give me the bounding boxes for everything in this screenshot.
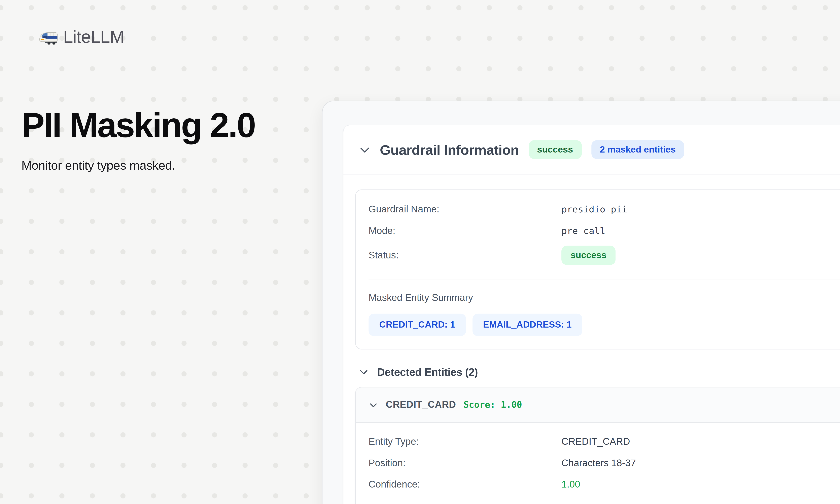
trace-detail-card: Guardrail Information success 2 masked e… <box>322 101 840 504</box>
position-label: Position: <box>368 457 561 469</box>
page: LiteLLM PII Masking 2.0 Monitor entity t… <box>0 0 840 504</box>
guardrail-information-title: Guardrail Information <box>380 141 519 159</box>
guardrail-panel: Guardrail Information success 2 masked e… <box>343 125 840 504</box>
guardrail-details-card: Guardrail Name: presidio-pii Mode: pre_c… <box>355 190 840 349</box>
entity-score: Score: 1.00 <box>463 400 522 410</box>
position-value: Characters 18-37 <box>561 457 636 469</box>
entity-type-value: CREDIT_CARD <box>561 436 630 448</box>
mode-label: Mode: <box>368 224 561 237</box>
masked-entity-pills: CREDIT_CARD: 1 EMAIL_ADDRESS: 1 <box>368 314 840 336</box>
logo-text: LiteLLM <box>63 27 124 47</box>
entity-type-row: Entity Type: CREDIT_CARD <box>368 436 840 448</box>
page-subtitle: Monitor entity types masked. <box>21 159 322 173</box>
guardrail-name-value: presidio-pii <box>561 203 627 216</box>
entity-card-header[interactable]: CREDIT_CARD Score: 1.00 <box>356 388 840 423</box>
confidence-row: Confidence: 1.00 <box>368 479 840 490</box>
entity-name: CREDIT_CARD <box>386 399 456 411</box>
guardrail-information-header[interactable]: Guardrail Information success 2 masked e… <box>343 125 840 174</box>
mode-row: Mode: pre_call <box>368 224 840 237</box>
page-title: PII Masking 2.0 <box>21 107 322 144</box>
masked-entities-badge: 2 masked entities <box>591 140 684 159</box>
entity-type-label: Entity Type: <box>368 436 561 448</box>
masked-entity-summary-title: Masked Entity Summary <box>368 291 840 304</box>
chevron-down-icon <box>358 143 371 156</box>
confidence-value: 1.00 <box>561 479 580 490</box>
mode-value: pre_call <box>561 224 605 237</box>
guardrail-name-row: Guardrail Name: presidio-pii <box>368 203 840 216</box>
chevron-down-icon <box>358 366 369 377</box>
logo[interactable]: LiteLLM <box>39 27 124 47</box>
credit-card-count-pill: CREDIT_CARD: 1 <box>368 314 466 336</box>
train-icon <box>39 29 58 45</box>
entity-card-credit-card: CREDIT_CARD Score: 1.00 Entity Type: CRE… <box>355 387 840 504</box>
status-label: Status: <box>368 249 561 262</box>
summary-divider <box>368 279 840 280</box>
confidence-label: Confidence: <box>368 479 561 490</box>
guardrail-name-label: Guardrail Name: <box>368 203 561 216</box>
position-row: Position: Characters 18-37 <box>368 457 840 469</box>
guardrail-panel-body: Guardrail Name: presidio-pii Mode: pre_c… <box>343 175 840 349</box>
status-row: Status: success <box>368 246 840 265</box>
hero-section: PII Masking 2.0 Monitor entity types mas… <box>21 107 322 173</box>
email-address-count-pill: EMAIL_ADDRESS: 1 <box>472 314 582 336</box>
status-badge: success <box>528 140 582 159</box>
chevron-down-icon <box>368 400 378 410</box>
detected-entities-header[interactable]: Detected Entities (2) <box>343 364 840 380</box>
status-value-badge: success <box>561 246 616 265</box>
entity-card-body: Entity Type: CREDIT_CARD Position: Chara… <box>356 423 840 504</box>
detected-entities-title: Detected Entities (2) <box>377 364 478 380</box>
